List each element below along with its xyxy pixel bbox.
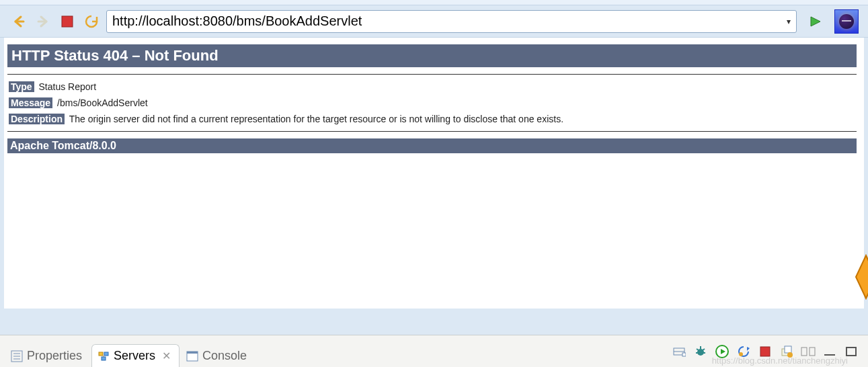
views-tabs: Properties Servers ✕ Console [5, 335, 255, 367]
stop-server-icon[interactable] [758, 344, 773, 359]
separator [7, 131, 857, 132]
svg-point-24 [739, 352, 743, 356]
servers-icon [97, 350, 110, 362]
browser-viewport: HTTP Status 404 – Not Found Type Status … [4, 38, 864, 309]
svg-rect-6 [99, 352, 103, 356]
close-icon[interactable]: ✕ [162, 350, 171, 362]
svg-rect-8 [102, 357, 106, 360]
profile-icon[interactable] [736, 344, 751, 359]
forward-button[interactable] [34, 12, 52, 31]
tab-label: Servers [114, 349, 155, 363]
tab-properties[interactable]: Properties [5, 345, 90, 367]
clean-icon[interactable] [801, 344, 816, 359]
description-label: Description [9, 114, 65, 124]
svg-rect-0 [62, 16, 73, 27]
tab-label: Properties [27, 349, 82, 363]
decoration-icon [855, 254, 868, 300]
tab-servers[interactable]: Servers ✕ [91, 344, 180, 367]
svg-line-17 [697, 349, 699, 350]
servers-toolbar [672, 344, 863, 359]
type-label: Type [9, 81, 34, 92]
go-button[interactable] [806, 12, 825, 31]
type-row: Type Status Report [9, 81, 855, 92]
svg-rect-32 [846, 348, 856, 356]
properties-icon [11, 350, 23, 362]
url-input[interactable] [112, 13, 783, 29]
url-bar[interactable]: ▾ [106, 10, 797, 33]
no-servers-icon[interactable] [672, 344, 686, 359]
tab-console[interactable]: Console [181, 345, 255, 367]
svg-rect-27 [785, 346, 791, 353]
eclipse-logo [834, 9, 859, 34]
browser-toolbar: ▾ [0, 5, 868, 38]
refresh-button[interactable] [82, 12, 101, 31]
svg-rect-7 [104, 352, 108, 356]
separator [7, 74, 857, 75]
stop-button[interactable] [58, 12, 77, 31]
svg-marker-1 [856, 255, 868, 298]
minimize-view-icon[interactable] [822, 344, 837, 359]
description-row: Description The origin server did not fi… [9, 114, 855, 124]
svg-rect-14 [682, 353, 686, 356]
start-icon[interactable] [715, 344, 729, 359]
svg-rect-30 [810, 348, 815, 356]
svg-marker-23 [747, 347, 750, 351]
status-heading: HTTP Status 404 – Not Found [7, 44, 857, 67]
svg-line-18 [703, 349, 705, 350]
back-button[interactable] [9, 12, 28, 31]
message-label: Message [9, 97, 52, 108]
publish-icon[interactable] [779, 344, 794, 359]
console-icon [186, 350, 198, 362]
top-tabstrip [0, 0, 868, 5]
tab-label: Console [202, 349, 247, 363]
maximize-view-icon[interactable] [844, 344, 859, 359]
url-dropdown-icon[interactable]: ▾ [787, 17, 791, 26]
svg-point-28 [787, 352, 793, 358]
svg-rect-25 [760, 347, 770, 356]
svg-rect-11 [187, 352, 198, 354]
bottom-views-bar: Properties Servers ✕ Console https://blo… [0, 335, 868, 367]
debug-icon[interactable] [693, 344, 708, 359]
message-value: /bms/BookAddServlet [57, 97, 148, 108]
message-row: Message /bms/BookAddServlet [9, 97, 855, 108]
description-value: The origin server did not find a current… [69, 114, 563, 124]
svg-rect-29 [801, 348, 807, 356]
server-signature: Apache Tomcat/8.0.0 [7, 138, 857, 153]
type-value: Status Report [39, 81, 97, 92]
